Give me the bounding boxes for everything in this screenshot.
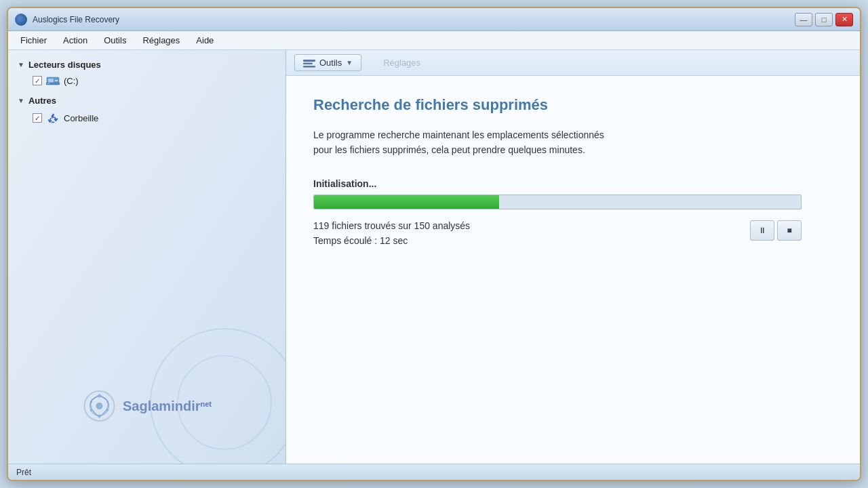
- sidebar-item-corbeille[interactable]: ✓ Corbeille: [8, 108, 285, 127]
- title-bar: Auslogics File Recovery — □ ✕: [8, 8, 860, 31]
- corbeille-label: Corbeille: [64, 113, 98, 123]
- scan-desc-line1: Le programme recherche maintenant les em…: [313, 129, 604, 140]
- drive-icon-c: [46, 75, 60, 86]
- checkbox-c-drive[interactable]: ✓: [33, 76, 42, 85]
- main-content: ▼ Lecteurs disques ✓ (C:) ▼ Autres: [8, 50, 860, 464]
- status-bar: Prêt: [8, 464, 860, 480]
- checkbox-corbeille[interactable]: ✓: [33, 113, 42, 123]
- svg-rect-2: [55, 80, 58, 81]
- scan-desc-line2: pour les fichiers supprimés, cela peut p…: [313, 144, 585, 155]
- stop-button[interactable]: ■: [777, 220, 802, 241]
- scan-time-elapsed: Temps écoulé : 12 sec: [313, 235, 470, 246]
- collapse-arrow-lecteurs: ▼: [18, 61, 24, 68]
- toolbar-outils-button[interactable]: Outils ▼: [294, 54, 361, 71]
- drive-c-label: (C:): [64, 76, 79, 86]
- menu-reglages[interactable]: Réglages: [134, 33, 188, 48]
- menu-aide[interactable]: Aide: [188, 33, 222, 48]
- logo-text-container: Saglamindir net: [123, 399, 212, 414]
- toolbar-outils-label: Outils: [319, 58, 342, 68]
- sidebar: ▼ Lecteurs disques ✓ (C:) ▼ Autres: [8, 50, 286, 464]
- svg-point-12: [98, 415, 100, 417]
- saglamindir-logo-icon: [82, 389, 116, 423]
- svg-rect-16: [303, 62, 313, 64]
- svg-point-8: [97, 404, 101, 408]
- pause-button[interactable]: ⏸: [750, 220, 774, 241]
- minimize-button[interactable]: —: [795, 13, 812, 26]
- status-text: Prêt: [16, 468, 31, 477]
- title-bar-left: Auslogics File Recovery: [15, 14, 119, 26]
- scan-title: Recherche de fichiers supprimés: [313, 96, 833, 114]
- scan-content: Recherche de fichiers supprimés Le progr…: [286, 76, 860, 464]
- svg-point-10: [106, 401, 108, 403]
- sidebar-section-autres-label: Autres: [28, 96, 56, 106]
- svg-point-14: [90, 401, 92, 403]
- logo-area: Saglamindir net: [82, 389, 212, 423]
- logo-brand-text: Saglamindir: [123, 399, 200, 414]
- scan-status-label: Initialisation...: [313, 178, 833, 189]
- svg-rect-15: [303, 60, 315, 62]
- logo-sup-text: net: [200, 400, 212, 408]
- svg-rect-4: [47, 83, 50, 84]
- scan-stats: 119 fichiers trouvés sur 150 analysés Te…: [313, 220, 802, 246]
- scan-files-found: 119 fichiers trouvés sur 150 analysés: [313, 220, 470, 231]
- svg-point-9: [98, 396, 100, 398]
- tools-icon: [303, 58, 315, 68]
- sidebar-section-lecteurs[interactable]: ▼ Lecteurs disques: [8, 57, 285, 73]
- svg-point-13: [90, 409, 92, 411]
- close-button[interactable]: ✕: [835, 13, 853, 26]
- svg-point-11: [106, 409, 108, 411]
- toolbar-reglages-label: Réglages: [375, 55, 429, 70]
- panel-toolbar: Outils ▼ Réglages: [286, 50, 860, 76]
- progress-bar-fill: [314, 195, 499, 209]
- recycle-icon: [46, 111, 60, 125]
- scan-stats-left: 119 fichiers trouvés sur 150 analysés Te…: [313, 220, 470, 246]
- scan-controls: ⏸ ■: [750, 220, 802, 241]
- app-icon: [15, 14, 27, 26]
- sidebar-section-autres[interactable]: ▼ Autres: [8, 93, 285, 108]
- sidebar-item-c-drive[interactable]: ✓ (C:): [8, 73, 285, 89]
- title-bar-controls: — □ ✕: [795, 13, 853, 26]
- right-panel: Outils ▼ Réglages Recherche de fichiers …: [286, 50, 860, 464]
- window-title: Auslogics File Recovery: [33, 15, 119, 24]
- sidebar-section-lecteurs-label: Lecteurs disques: [28, 60, 101, 70]
- menu-outils[interactable]: Outils: [96, 33, 134, 48]
- main-window: Auslogics File Recovery — □ ✕ Fichier Ac…: [7, 7, 861, 481]
- toolbar-dropdown-arrow: ▼: [346, 59, 353, 66]
- svg-rect-17: [303, 66, 315, 68]
- menu-action[interactable]: Action: [55, 33, 96, 48]
- collapse-arrow-autres: ▼: [18, 97, 24, 104]
- scan-description: Le programme recherche maintenant les em…: [313, 127, 802, 158]
- menu-fichier[interactable]: Fichier: [12, 33, 55, 48]
- progress-bar-container: [313, 195, 802, 209]
- svg-rect-1: [48, 79, 54, 83]
- menu-bar: Fichier Action Outils Réglages Aide: [8, 31, 860, 50]
- maximize-button[interactable]: □: [815, 13, 833, 26]
